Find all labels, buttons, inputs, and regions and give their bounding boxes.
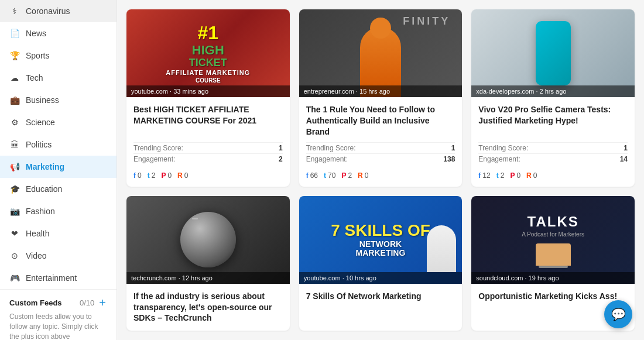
sidebar-item-science[interactable]: ⚙ Science xyxy=(0,111,117,133)
article-card[interactable]: #1 HIGH TICKET AFFILIATE MARKETING COURS… xyxy=(126,9,290,187)
card-time: 19 hrs ago xyxy=(529,274,559,281)
sidebar-label-science: Science xyxy=(26,118,55,127)
custom-feeds-count-value: 0/10 xyxy=(80,298,94,307)
facebook-count: f 0 xyxy=(133,171,142,180)
card-title: The 1 Rule You Need to Follow to Authent… xyxy=(306,104,455,138)
engagement-label: Engagement: xyxy=(478,155,520,163)
article-card[interactable]: FINITY entrepreneur.com · 15 hrs ago The… xyxy=(299,9,463,187)
news-icon: 📄 xyxy=(9,28,20,39)
sidebar-label-sports: Sports xyxy=(26,51,49,60)
trending-label: Trending Score: xyxy=(306,144,356,152)
twitter-icon: t xyxy=(496,171,499,180)
card-source-overlay: techcrunch.com · 12 hrs ago xyxy=(126,272,290,284)
marketing-icon: 📢 xyxy=(9,162,20,172)
card-body: Best HIGH TICKET AFFILIATE MARKETING COU… xyxy=(126,97,290,187)
card-title: Best HIGH TICKET AFFILIATE MARKETING COU… xyxy=(133,104,283,138)
sidebar-item-health[interactable]: ❤ Health xyxy=(0,222,117,245)
sidebar-item-marketing[interactable]: 📢 Marketing xyxy=(0,156,117,178)
engagement-label: Engagement: xyxy=(306,155,348,163)
sidebar-label-politics: Politics xyxy=(26,140,52,149)
engagement-value: 14 xyxy=(620,155,628,163)
card-body: 7 Skills Of Network Marketing xyxy=(299,284,463,331)
card-title: 7 Skills Of Network Marketing xyxy=(306,291,455,324)
card-body: Vivo V20 Pro Selfie Camera Tests: Justif… xyxy=(471,97,635,187)
engagement-row: Engagement: 138 xyxy=(306,153,455,164)
sidebar-item-business[interactable]: 💼 Business xyxy=(0,89,117,111)
fashion-icon: 📷 xyxy=(9,206,20,217)
card-image: xda-developers.com · 2 hrs ago xyxy=(471,9,635,97)
card-social: f 0 t 2 P 0 R 0 xyxy=(133,169,283,180)
custom-feeds-header: Custom Feeds 0/10 + xyxy=(9,297,107,308)
sidebar-item-education[interactable]: 🎓 Education xyxy=(0,178,117,200)
facebook-count: f 66 xyxy=(306,171,318,180)
pinterest-count: P 0 xyxy=(161,171,172,180)
sidebar-item-coronavirus[interactable]: ⚕ Coronavirus xyxy=(0,0,117,22)
sidebar-item-fashion[interactable]: 📷 Fashion xyxy=(0,200,117,222)
card-source-overlay: xda-developers.com · 2 hrs ago xyxy=(471,85,635,97)
sidebar-label-news: News xyxy=(26,29,46,38)
facebook-icon: f xyxy=(306,171,309,180)
card-source-overlay: entrepreneur.com · 15 hrs ago xyxy=(299,85,463,97)
article-card[interactable]: xda-developers.com · 2 hrs ago Vivo V20 … xyxy=(471,9,635,187)
add-feed-button[interactable]: + xyxy=(98,297,107,308)
card-time: 10 hrs ago xyxy=(346,274,376,281)
pinterest-count: P 2 xyxy=(341,171,352,180)
pinterest-icon: P xyxy=(341,171,346,180)
card-image: #1 HIGH TICKET AFFILIATE MARKETING COURS… xyxy=(126,9,290,97)
article-card[interactable]: 7 SKILLS OF NETWORK MARKETING youtube.co… xyxy=(299,196,463,331)
card-time: 15 hrs ago xyxy=(359,88,390,95)
sidebar-item-sports[interactable]: 🏆 Sports xyxy=(0,44,117,67)
card-image: TALKS A Podcast for Marketers soundcloud… xyxy=(471,196,635,284)
twitter-count: t 70 xyxy=(324,171,335,180)
facebook-icon: f xyxy=(478,171,481,180)
card-source: xda-developers.com xyxy=(476,88,534,95)
custom-feeds-section: Custom Feeds 0/10 + Custom feeds allow y… xyxy=(0,289,117,340)
education-icon: 🎓 xyxy=(9,184,20,194)
card-stats: Trending Score: 1 Engagement: 2 xyxy=(133,142,283,164)
sidebar-item-news[interactable]: 📄 News xyxy=(0,22,117,44)
card-social: f 66 t 70 P 2 R 0 xyxy=(306,169,455,180)
card-source: soundcloud.com xyxy=(476,274,523,281)
custom-feeds-description: Custom feeds allow you to follow any top… xyxy=(9,312,107,340)
sports-icon: 🏆 xyxy=(9,50,20,61)
health-icon: ❤ xyxy=(9,228,20,239)
trending-score-row: Trending Score: 1 xyxy=(306,142,455,153)
sidebar-label-health: Health xyxy=(26,229,49,238)
sidebar-item-entertainment[interactable]: 🎮 Entertainment xyxy=(0,267,117,289)
card-source-overlay: youtube.com · 33 mins ago xyxy=(126,85,290,97)
trending-score-row: Trending Score: 1 xyxy=(133,142,283,153)
sidebar-label-entertainment: Entertainment xyxy=(26,273,77,283)
article-card[interactable]: techcrunch.com · 12 hrs ago If the ad in… xyxy=(126,196,290,331)
trending-value: 1 xyxy=(451,144,455,152)
pinterest-icon: P xyxy=(161,171,166,180)
video-icon: ⊙ xyxy=(9,250,20,261)
coronavirus-icon: ⚕ xyxy=(9,6,20,16)
sidebar-item-politics[interactable]: 🏛 Politics xyxy=(0,133,117,156)
reddit-icon: R xyxy=(358,171,363,180)
business-icon: 💼 xyxy=(9,95,20,105)
main-content: #1 HIGH TICKET AFFILIATE MARKETING COURS… xyxy=(117,0,644,340)
trending-score-row: Trending Score: 1 xyxy=(478,142,628,153)
sidebar-label-business: Business xyxy=(26,95,59,105)
sidebar-item-tech[interactable]: ☁ Tech xyxy=(0,67,117,89)
engagement-label: Engagement: xyxy=(133,155,175,163)
sidebar-label-coronavirus: Coronavirus xyxy=(26,6,70,16)
reddit-icon: R xyxy=(177,171,183,180)
card-image: techcrunch.com · 12 hrs ago xyxy=(126,196,290,284)
pinterest-count: P 0 xyxy=(510,171,520,180)
card-source-overlay: soundcloud.com · 19 hrs ago xyxy=(471,272,635,284)
twitter-icon: t xyxy=(148,171,150,180)
card-time: 33 mins ago xyxy=(173,88,208,95)
entertainment-icon: 🎮 xyxy=(9,273,20,283)
tech-icon: ☁ xyxy=(9,73,20,83)
sidebar-item-video[interactable]: ⊙ Video xyxy=(0,245,117,267)
science-icon: ⚙ xyxy=(9,117,20,128)
facebook-count: f 12 xyxy=(478,171,490,180)
chat-button[interactable]: 💬 xyxy=(604,300,632,328)
reddit-icon: R xyxy=(526,171,532,180)
card-body: If the ad industry is serious about tran… xyxy=(126,284,290,331)
card-source: entrepreneur.com xyxy=(304,88,354,95)
twitter-icon: t xyxy=(324,171,326,180)
card-image: FINITY entrepreneur.com · 15 hrs ago xyxy=(299,9,463,97)
twitter-count: t 2 xyxy=(496,171,505,180)
